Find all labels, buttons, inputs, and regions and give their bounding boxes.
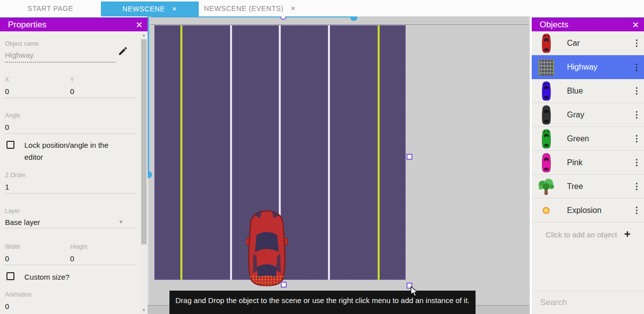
object-row-highway[interactable]: Highway ⋮ — [532, 55, 644, 79]
divider — [4, 133, 136, 134]
divider — [4, 193, 136, 194]
object-row-explosion[interactable]: Explosion ⋮ — [532, 199, 644, 222]
angle-label: Angle — [5, 112, 20, 119]
edit-pencil-icon[interactable] — [118, 46, 128, 56]
panel-title: Properties — [0, 20, 131, 30]
objects-panel: Objects ✕ Car ⋮ Highway ⋮ — [532, 17, 644, 314]
lane-line-white — [230, 25, 232, 280]
x-label: X — [5, 76, 9, 83]
kebab-menu-icon[interactable]: ⋮ — [629, 133, 644, 144]
tab-label: NEWSCENE — [122, 5, 165, 13]
tab-close-icon[interactable]: ✕ — [172, 5, 177, 12]
z-order-field[interactable]: 1 — [5, 183, 9, 191]
y-field[interactable]: 0 — [70, 87, 74, 96]
car-icon — [542, 33, 551, 53]
kebab-menu-icon[interactable]: ⋮ — [629, 62, 644, 73]
selection-handle-right[interactable] — [406, 154, 412, 160]
vertical-scrollbar-fill — [148, 16, 149, 171]
object-row-pink[interactable]: Pink ⋮ — [532, 151, 644, 175]
explosion-icon — [543, 207, 550, 214]
custom-size-checkbox[interactable] — [6, 272, 14, 280]
tree-icon — [537, 178, 555, 195]
kebab-menu-icon[interactable]: ⋮ — [629, 181, 644, 192]
object-row-blue[interactable]: Blue ⋮ — [532, 79, 644, 103]
width-field[interactable]: 0 — [5, 254, 9, 263]
plus-icon[interactable]: + — [624, 228, 644, 241]
kebab-menu-icon[interactable]: ⋮ — [629, 38, 644, 48]
x-field[interactable]: 0 — [5, 87, 9, 96]
objects-search-row — [532, 291, 644, 314]
object-row-gray[interactable]: Gray ⋮ — [532, 103, 644, 127]
add-object-row[interactable]: Click to add an object + — [532, 222, 644, 246]
width-label: Width — [5, 243, 20, 250]
scroll-up-icon[interactable]: ▲ — [141, 33, 147, 37]
height-field[interactable]: 0 — [70, 254, 74, 263]
car-icon — [542, 153, 551, 173]
kebab-menu-icon[interactable]: ⋮ — [629, 205, 644, 215]
search-input[interactable] — [532, 298, 644, 308]
object-name-value[interactable]: Highway — [5, 51, 115, 63]
objects-header: Objects ✕ — [532, 17, 644, 31]
z-order-label: Z Order — [5, 172, 25, 179]
lock-label: Lock position/angle in the editor — [24, 139, 124, 163]
object-name-label: Object name — [5, 40, 39, 47]
object-row-car[interactable]: Car ⋮ — [532, 31, 644, 55]
car-icon — [542, 105, 551, 125]
scroll-down-icon[interactable]: ▼ — [141, 308, 147, 313]
kebab-menu-icon[interactable]: ⋮ — [629, 109, 644, 120]
properties-header: Properties ✕ — [0, 17, 148, 31]
object-row-green[interactable]: Green ⋮ — [532, 127, 644, 151]
tab-newscene[interactable]: NEWSCENE ✕ — [101, 1, 199, 16]
divider — [4, 98, 136, 98]
custom-size-label: Custom size? — [24, 271, 124, 283]
mouse-cursor — [410, 286, 418, 297]
tab-close-icon[interactable]: ✕ — [291, 5, 296, 12]
car-icon — [542, 129, 551, 149]
scene-boundary-line — [151, 24, 528, 25]
tab-label: START PAGE — [27, 4, 73, 12]
car-rear-bumper — [249, 275, 285, 287]
lock-checkbox[interactable] — [6, 141, 14, 149]
y-label: Y — [70, 76, 74, 83]
scrollbar-thumb[interactable] — [141, 39, 147, 244]
tab-newscene-events[interactable]: NEWSCENE (EVENTS) ✕ — [199, 0, 301, 16]
lane-line-yellow — [378, 25, 380, 280]
animation-label: Animation — [5, 291, 31, 298]
drag-hint-tooltip: Drag and Drop the object to the scene or… — [169, 291, 476, 314]
highway-icon — [539, 59, 554, 76]
panel-title: Objects — [532, 20, 627, 30]
tab-bar: START PAGE NEWSCENE ✕ NEWSCENE (EVENTS) … — [0, 0, 644, 16]
lane-line-yellow — [180, 25, 182, 280]
car-icon — [542, 81, 551, 101]
app-window: START PAGE NEWSCENE ✕ NEWSCENE (EVENTS) … — [0, 0, 644, 314]
chevron-down-icon[interactable]: ▾ — [119, 218, 123, 225]
animation-field[interactable]: 0 — [5, 302, 9, 311]
properties-scrollbar[interactable]: ▲ ▼ — [141, 31, 147, 314]
object-row-tree[interactable]: Tree ⋮ — [532, 175, 644, 199]
close-icon[interactable]: ✕ — [131, 20, 148, 30]
angle-field[interactable]: 0 — [5, 123, 9, 131]
kebab-menu-icon[interactable]: ⋮ — [629, 157, 644, 168]
close-icon[interactable]: ✕ — [627, 20, 644, 30]
lane-line-white — [328, 25, 330, 280]
kebab-menu-icon[interactable]: ⋮ — [629, 86, 644, 96]
divider — [4, 228, 136, 228]
tab-start-page[interactable]: START PAGE — [0, 0, 101, 16]
selection-handle-bottom[interactable] — [281, 282, 287, 288]
car-sprite[interactable] — [246, 209, 288, 288]
layer-label: Layer — [5, 208, 20, 214]
divider — [4, 265, 136, 265]
add-object-label: Click to add an object — [532, 230, 624, 239]
layer-select[interactable]: Base layer — [5, 218, 40, 226]
height-label: Height — [70, 243, 87, 250]
properties-panel: Properties ✕ Object name Highway X 0 Y 0… — [0, 17, 148, 314]
tab-label: NEWSCENE (EVENTS) — [204, 4, 284, 12]
